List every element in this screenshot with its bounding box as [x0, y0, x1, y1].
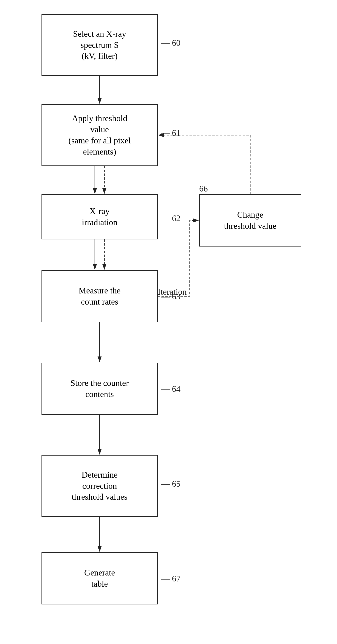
box-62-label: X-rayirradiation [82, 206, 117, 228]
ref-60: — 60 [161, 38, 180, 48]
box-65-label: Determinecorrectionthreshold values [72, 469, 128, 502]
box-62: X-rayirradiation [42, 194, 158, 240]
diagram-container: Select an X-rayspectrum S(kV, filter) — … [0, 0, 337, 644]
box-61-label: Apply thresholdvalue(same for all pixele… [69, 113, 131, 157]
box-61: Apply thresholdvalue(same for all pixele… [42, 104, 158, 166]
box-63: Measure thecount rates [42, 270, 158, 322]
box-67-label: Generatetable [84, 567, 115, 590]
box-60-label: Select an X-rayspectrum S(kV, filter) [73, 28, 126, 62]
box-64: Store the countercontents [42, 363, 158, 415]
box-66-label: Changethreshold value [224, 209, 276, 232]
box-65: Determinecorrectionthreshold values [42, 455, 158, 517]
ref-64: — 64 [161, 384, 180, 394]
ref-61: — 61 [161, 128, 180, 138]
box-64-label: Store the countercontents [71, 378, 129, 400]
box-66: Changethreshold value [199, 194, 301, 246]
box-63-label: Measure thecount rates [79, 285, 121, 308]
box-67: Generatetable [42, 552, 158, 604]
ref-62: — 62 [161, 213, 180, 223]
ref-65: — 65 [161, 479, 180, 489]
ref-67: — 67 [161, 574, 180, 584]
box-60: Select an X-rayspectrum S(kV, filter) [42, 14, 158, 76]
ref-66: 66 [199, 184, 208, 194]
iteration-label: Iteration [158, 287, 187, 297]
